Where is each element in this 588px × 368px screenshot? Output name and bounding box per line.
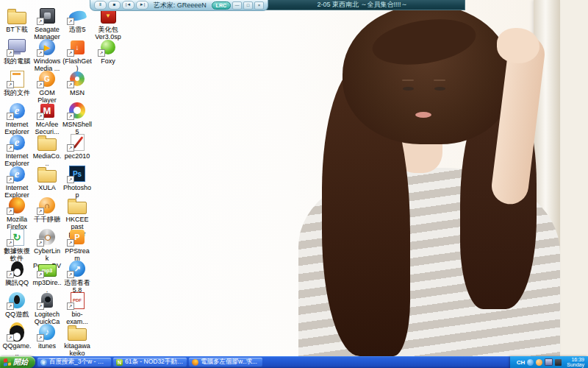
lrc-toggle-button[interactable]: LRC (212, 1, 231, 10)
desktop-icon-ie[interactable]: eInternet Explorer (2, 101, 32, 135)
wmp-icon: ▶ (36, 38, 58, 57)
desktop-icon-label: itunes (32, 342, 62, 350)
desktop-icon-seagate[interactable]: Seagate Manager (32, 6, 62, 40)
clock-day: Sunday (567, 362, 584, 368)
powerdvd-icon (36, 227, 58, 247)
desktop-icon-label: pec2010 (62, 152, 92, 160)
desktop-icon-msn[interactable]: MSN (62, 69, 92, 96)
taskbar-item-baidu-search[interactable]: e 百度搜索_3个w - Mi... (37, 358, 111, 367)
folder-icon (36, 164, 58, 183)
desktop-icon-qq-game2[interactable]: QQgame... (2, 322, 32, 357)
desktop-icon-folder[interactable]: MediaCo... (32, 132, 62, 167)
desktop-icon-download[interactable]: ↗迅雷看看 5.8 (62, 259, 92, 294)
desktop-icon-flashget[interactable]: ↓(FlashGet) (62, 38, 92, 72)
start-button[interactable]: 開始 (0, 356, 35, 368)
clock-time: 16:39 (571, 357, 584, 363)
taskbar-item-firefox[interactable]: 電腦多左個膠w..求... (189, 358, 262, 367)
desktop-icon-pen[interactable]: pec2010 (62, 132, 92, 160)
desktop-icon-document[interactable]: 我的文件 (2, 69, 32, 96)
wallpaper-hand (497, 28, 539, 63)
ie-task-icon: e (40, 359, 47, 366)
taskbar-item-nod32[interactable]: N 61条 - NOD32手動棟.. (113, 358, 187, 367)
minimize-button[interactable]: — (232, 1, 242, 10)
desktop-icon-wmp[interactable]: ▶Windows Media ... (32, 38, 62, 72)
desktop-icon-label: kitagawa keiko (62, 342, 92, 357)
desktop-icon-label: QQgame... (2, 342, 32, 357)
restore-button[interactable]: □ (243, 1, 253, 10)
mini-player-bar: Ⅱ ■ |◄ ►| 艺术家: GReeeeN LRC — □ × (90, 0, 268, 11)
qq-game2-icon (6, 322, 28, 342)
desktop-icon-ppstream[interactable]: PPPStream (62, 227, 92, 262)
artist-label: 艺术家: GReeeeN (150, 1, 210, 10)
desktop-icon-thunder[interactable]: 迅雷5 (62, 6, 92, 33)
song-title-label: 2-05 東西南北 ～全員集合!!!!～ (317, 1, 407, 8)
desktop-icon-msnshell[interactable]: MSNShell 5 (62, 101, 92, 135)
thunder-icon (66, 6, 88, 25)
next-track-button[interactable]: ►| (136, 1, 148, 10)
desktop-icon-ie[interactable]: eInternet Explorer (2, 164, 32, 199)
desktop-icon-ie[interactable]: eInternet Explorer (2, 132, 32, 167)
document-icon (6, 69, 28, 88)
previous-track-button[interactable]: |◄ (122, 1, 135, 10)
close-button[interactable]: × (254, 1, 264, 10)
pdf-icon: PDF (66, 291, 88, 310)
desktop-icon-computer[interactable]: 我的電腦 (2, 38, 32, 65)
desktop-icon-recovery[interactable]: ↻數據恢復軟件 (2, 227, 32, 262)
folder-icon (66, 322, 88, 342)
ie-icon: e (6, 164, 28, 183)
desktop-icon-mcafee[interactable]: MMcAfee Securi... (32, 101, 62, 135)
firefox-task-icon (192, 359, 198, 366)
wallpaper-frame (560, 0, 588, 356)
desktop-icon-mp3cut[interactable]: mp3mp3Dire... (32, 259, 62, 294)
mcafee-icon: M (36, 101, 58, 120)
foxy-tray-icon[interactable] (527, 359, 534, 366)
desktop-icon-photoshop[interactable]: PsPhotoshop (62, 164, 92, 199)
nod32-tray-icon[interactable] (555, 359, 562, 366)
desktop[interactable]: BT下載我的電腦我的文件eInternet ExplorereInternet … (0, 0, 588, 356)
pause-button[interactable]: Ⅱ (94, 1, 107, 10)
desktop-icon-itunes[interactable]: ♪itunes (32, 322, 62, 350)
desktop-icon-ttplayer[interactable]: ∩千千靜聽 (32, 196, 62, 223)
wallpaper-eyebrow (402, 79, 414, 81)
taskbar-item-label: 電腦多左個膠w..求... (201, 358, 257, 367)
language-indicator[interactable]: CH (517, 359, 526, 366)
clock[interactable]: 16:39 Sunday (564, 357, 584, 368)
desktop-icon-label: 騰訊QQ (2, 279, 32, 286)
desktop-icon-gom[interactable]: GGOM Player (32, 69, 62, 104)
desktop-icon-qq-game[interactable]: QQ遊戲 (2, 291, 32, 318)
desktop-icon-folder[interactable]: XULA (32, 164, 62, 191)
wallpaper-lips (415, 112, 431, 118)
gom-icon: G (36, 69, 58, 88)
desktop-icon-foxy[interactable]: Foxy (93, 38, 123, 65)
qq-icon (6, 259, 28, 278)
start-button-label: 開始 (13, 357, 28, 367)
desktop-icon-label: MSN (62, 89, 92, 96)
taskbar-item-label: 百度搜索_3个w - Mi... (49, 358, 108, 367)
msn-icon (66, 69, 88, 88)
windows-flag-icon (4, 358, 11, 366)
flashget-icon: ↓ (66, 38, 88, 57)
desktop-icon-label: XULA (32, 184, 62, 191)
ie-icon: e (6, 132, 28, 152)
desktop-icon-label: 我的文件 (2, 89, 32, 96)
lyric-bar[interactable]: 2-05 東西南北 ～全員集合!!!!～ (259, 0, 465, 10)
desktop-icon-pdf[interactable]: PDFbio-exam... (62, 291, 92, 325)
download-icon: ↗ (66, 259, 88, 278)
display-tray-icon[interactable] (545, 358, 553, 366)
folder-icon (66, 196, 88, 215)
folder-icon (36, 132, 58, 152)
desktop-icon-folder[interactable]: kitagawa keiko (62, 322, 92, 357)
foxy-icon (97, 38, 119, 57)
desktop-icon-firefox[interactable]: Mozilla Firefox (2, 196, 32, 230)
ie-icon: e (6, 101, 28, 120)
ttplayer-tray-icon[interactable] (536, 359, 542, 366)
photoshop-icon: Ps (66, 164, 88, 183)
nod32-task-icon: N (116, 359, 123, 366)
seagate-icon (36, 6, 58, 25)
ppstream-icon: P (66, 227, 88, 247)
msnshell-icon (66, 101, 88, 120)
desktop-icon-qq[interactable]: 騰訊QQ (2, 259, 32, 286)
desktop-icon-folder[interactable]: BT下載 (2, 6, 32, 33)
stop-button[interactable]: ■ (108, 1, 121, 10)
folder-icon (6, 6, 28, 25)
